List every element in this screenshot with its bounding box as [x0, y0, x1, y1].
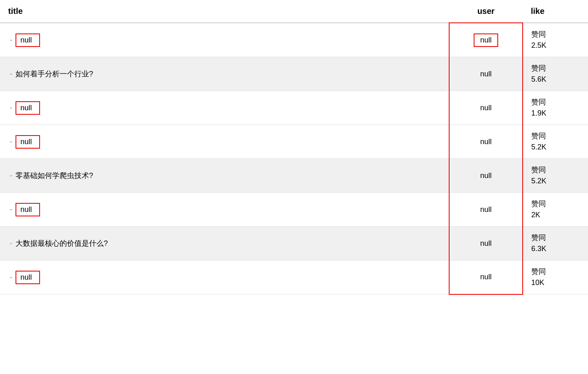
like-value: 10K	[531, 278, 544, 287]
cell-title: -null	[0, 23, 449, 57]
user-value: null	[480, 273, 492, 281]
header-user: user	[449, 0, 523, 23]
cell-like: 赞同1.9K	[523, 91, 588, 125]
table-row: -nullnull赞同5.2K	[0, 125, 588, 159]
table-row: -nullnull赞同1.9K	[0, 91, 588, 125]
cell-user: null	[449, 57, 523, 91]
null-value-box: null	[16, 203, 40, 216]
like-prefix: 赞同	[531, 30, 546, 38]
cell-user: null	[449, 23, 523, 57]
title-text: 大数据最核心的价值是什么?	[16, 239, 108, 247]
cell-user: null	[449, 260, 523, 294]
cell-title: -大数据最核心的价值是什么?	[0, 227, 449, 260]
cell-title: -如何着手分析一个行业?	[0, 57, 449, 91]
like-prefix: 赞同	[531, 64, 546, 72]
user-value: null	[480, 171, 492, 180]
user-value: null	[480, 70, 492, 78]
cell-like: 赞同5.2K	[523, 159, 588, 193]
like-value: 2.5K	[531, 41, 546, 49]
table-header-row: title user like	[0, 0, 588, 23]
cell-user: null	[449, 125, 523, 159]
table-row: -nullnull赞同10K	[0, 260, 588, 294]
header-like: like	[523, 0, 588, 23]
cell-user: null	[449, 193, 523, 227]
row-indicator: -	[10, 138, 12, 146]
like-prefix: 赞同	[531, 166, 546, 174]
like-value: 5.2K	[531, 143, 546, 151]
row-indicator: -	[10, 36, 12, 44]
null-value-box: null	[16, 33, 40, 47]
row-indicator: -	[10, 205, 12, 214]
null-value-box: null	[16, 271, 40, 284]
row-indicator: -	[10, 273, 12, 281]
cell-user: null	[449, 159, 523, 193]
user-value: null	[480, 239, 492, 247]
like-prefix: 赞同	[531, 98, 546, 106]
cell-user: null	[449, 227, 523, 260]
like-prefix: 赞同	[531, 200, 546, 208]
cell-title: -null	[0, 91, 449, 125]
table-row: -nullnull赞同2K	[0, 193, 588, 227]
like-value: 5.2K	[531, 177, 546, 185]
like-prefix: 赞同	[531, 132, 546, 140]
row-indicator: -	[10, 171, 12, 180]
cell-title: -零基础如何学爬虫技术?	[0, 159, 449, 193]
main-container: title user like -nullnull赞同2.5K-如何着手分析一个…	[0, 0, 588, 374]
table-row: -nullnull赞同2.5K	[0, 23, 588, 57]
null-value-box: null	[16, 101, 40, 115]
like-value: 1.9K	[531, 109, 546, 117]
like-prefix: 赞同	[531, 234, 546, 242]
user-value: null	[480, 205, 492, 214]
like-prefix: 赞同	[531, 267, 546, 276]
null-value-box: null	[16, 135, 40, 149]
table-body: -nullnull赞同2.5K-如何着手分析一个行业?null赞同5.6K-nu…	[0, 23, 588, 294]
row-indicator: -	[10, 104, 12, 112]
cell-like: 赞同2.5K	[523, 23, 588, 57]
title-text: 如何着手分析一个行业?	[16, 70, 93, 78]
like-value: 2K	[531, 211, 540, 219]
cell-like: 赞同5.6K	[523, 57, 588, 91]
user-value: null	[480, 104, 492, 112]
data-table: title user like -nullnull赞同2.5K-如何着手分析一个…	[0, 0, 588, 295]
title-text: 零基础如何学爬虫技术?	[16, 171, 93, 180]
like-value: 6.3K	[531, 245, 546, 253]
like-value: 5.6K	[531, 75, 546, 83]
table-row: -大数据最核心的价值是什么?null赞同6.3K	[0, 227, 588, 260]
cell-like: 赞同5.2K	[523, 125, 588, 159]
user-null-box: null	[474, 33, 498, 47]
row-indicator: -	[10, 239, 12, 247]
cell-like: 赞同6.3K	[523, 227, 588, 260]
cell-title: -null	[0, 260, 449, 294]
table-row: -如何着手分析一个行业?null赞同5.6K	[0, 57, 588, 91]
row-indicator: -	[10, 70, 12, 78]
cell-like: 赞同10K	[523, 260, 588, 294]
cell-like: 赞同2K	[523, 193, 588, 227]
cell-title: -null	[0, 193, 449, 227]
table-row: -零基础如何学爬虫技术?null赞同5.2K	[0, 159, 588, 193]
cell-title: -null	[0, 125, 449, 159]
header-title: title	[0, 0, 449, 23]
user-value: null	[480, 138, 492, 146]
cell-user: null	[449, 91, 523, 125]
